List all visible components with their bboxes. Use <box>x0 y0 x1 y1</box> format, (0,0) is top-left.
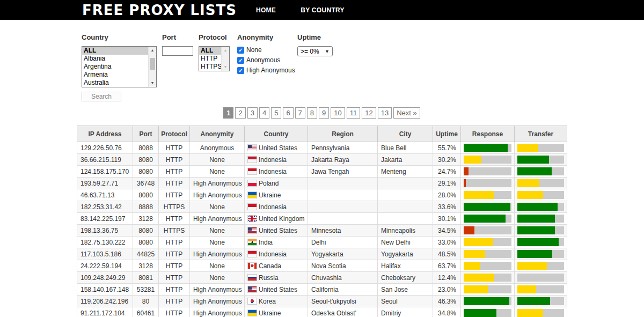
page-button[interactable]: 12 <box>362 107 376 119</box>
bar-fill <box>464 226 474 234</box>
page-button[interactable]: 3 <box>247 107 258 119</box>
scroll-track[interactable] <box>149 54 156 79</box>
port-input[interactable] <box>162 46 193 56</box>
anonymity-checkbox-row[interactable]: High Anonymous <box>237 67 293 74</box>
country-cell: Indonesia <box>245 166 308 178</box>
protocol-label: Protocol <box>199 34 231 41</box>
top-navigation-bar: FREE PROXY LISTS HOME BY COUNTRY <box>0 0 644 20</box>
protocol-scrollbar[interactable]: ▲ ▼ <box>221 47 229 71</box>
anonymity-checkbox-row[interactable]: None <box>237 46 293 54</box>
listbox-option[interactable]: Argentina <box>82 63 148 71</box>
city-cell: Menteng <box>378 166 433 178</box>
region-cell: Pennsylvania <box>308 142 378 154</box>
scroll-up-icon[interactable]: ▲ <box>222 47 229 54</box>
bar-cell <box>461 272 515 284</box>
page-button[interactable]: 11 <box>347 107 361 119</box>
port-cell: 53281 <box>133 284 159 296</box>
scroll-down-icon[interactable]: ▼ <box>149 79 156 87</box>
country-cell: United States <box>245 225 308 237</box>
bar-cell <box>461 307 515 317</box>
page-button[interactable]: 9 <box>319 107 329 119</box>
port-cell: 3128 <box>133 260 159 272</box>
page-button[interactable]: 2 <box>235 107 245 119</box>
page-button[interactable]: 1 <box>223 107 233 119</box>
bar-fill <box>464 167 469 175</box>
next-page-button[interactable]: Next » <box>393 107 420 119</box>
bar-fill <box>464 179 466 187</box>
bar-fill <box>464 238 493 246</box>
bar-cell <box>515 189 567 201</box>
uptime-select[interactable]: >= 0% ▼ <box>297 46 333 56</box>
anonymity-cell: None <box>190 260 245 272</box>
protocol-cell: HTTP <box>159 284 190 296</box>
page-button[interactable]: 10 <box>331 107 345 119</box>
country-flag-icon <box>248 251 257 257</box>
listbox-option[interactable]: ALL <box>199 47 221 55</box>
port-cell: 3128 <box>133 213 159 225</box>
uptime-cell: 46.3% <box>433 296 461 307</box>
country-listbox[interactable]: ALLAlbaniaArgentinaArmeniaAustralia ▲ ▼ <box>82 46 157 87</box>
country-cell: United Kingdom <box>245 213 308 225</box>
region-cell: Chuvashia <box>308 272 378 284</box>
listbox-option[interactable]: ALL <box>82 47 148 55</box>
ip-cell: 119.206.242.196 <box>77 296 133 307</box>
bar-cell <box>515 260 567 272</box>
page-button[interactable]: 5 <box>271 107 281 119</box>
listbox-option[interactable]: HTTP <box>199 55 221 63</box>
city-cell <box>378 189 433 201</box>
city-cell: Minneapolis <box>378 225 433 237</box>
listbox-option[interactable]: Albania <box>82 55 148 63</box>
protocol-cell: HTTP <box>159 248 190 260</box>
page-button[interactable]: 7 <box>295 107 305 119</box>
protocol-cell: HTTP <box>159 260 190 272</box>
bar-track <box>464 167 511 175</box>
bar-fill <box>517 309 543 317</box>
listbox-option[interactable]: Australia <box>82 79 148 87</box>
region-cell: Nova Scotia <box>308 260 378 272</box>
bar-cell <box>515 272 567 284</box>
country-cell: United States <box>245 284 308 296</box>
checkbox-checked-icon[interactable] <box>237 57 244 64</box>
nav-by-country-link[interactable]: BY COUNTRY <box>301 6 345 14</box>
listbox-option[interactable]: Armenia <box>82 71 148 79</box>
bar-fill <box>517 215 555 223</box>
scroll-thumb[interactable] <box>150 58 155 70</box>
anonymity-checkbox-row[interactable]: Anonymous <box>237 56 293 64</box>
scroll-up-icon[interactable]: ▲ <box>149 47 156 54</box>
anonymity-cell: High Anonymous <box>190 296 245 307</box>
bar-cell <box>461 260 515 272</box>
bar-cell <box>515 296 567 307</box>
uptime-cell: 23.0% <box>433 284 461 296</box>
page-button[interactable]: 6 <box>283 107 293 119</box>
listbox-option[interactable]: HTTPS <box>199 63 221 71</box>
table-row: 46.63.71.138080HTTPHigh AnonymousUkraine… <box>77 189 567 201</box>
protocol-cell: HTTP <box>159 296 190 307</box>
country-flag-icon <box>248 204 257 210</box>
country-scrollbar[interactable]: ▲ ▼ <box>148 47 156 87</box>
bar-fill <box>517 262 547 270</box>
ip-cell: 182.75.130.222 <box>77 237 133 248</box>
checkbox-checked-icon[interactable] <box>237 47 244 54</box>
protocol-cell: HTTP <box>159 213 190 225</box>
ip-cell: 129.226.50.76 <box>77 142 133 154</box>
protocol-options: ALLHTTPHTTPS <box>199 47 221 71</box>
port-cell: 8080 <box>133 225 159 237</box>
page-button[interactable]: 8 <box>307 107 317 119</box>
search-button[interactable]: Search <box>82 92 121 101</box>
bar-fill <box>464 250 485 258</box>
nav-home-link[interactable]: HOME <box>256 6 276 14</box>
port-filter-group: Port <box>162 34 193 101</box>
page-button[interactable]: 4 <box>259 107 269 119</box>
scroll-down-icon[interactable]: ▼ <box>222 63 229 71</box>
scroll-track[interactable] <box>222 54 229 63</box>
anonymity-cell: High Anonymous <box>190 189 245 201</box>
anonymity-cell: None <box>190 237 245 248</box>
checkbox-checked-icon[interactable] <box>237 67 244 74</box>
protocol-listbox[interactable]: ALLHTTPHTTPS ▲ ▼ <box>199 46 230 71</box>
column-header: City <box>378 126 433 142</box>
page-button[interactable]: 13 <box>378 107 392 119</box>
region-cell: Jakarta Raya <box>308 154 378 166</box>
city-cell: Blue Bell <box>378 142 433 154</box>
anonymity-cell: None <box>190 201 245 213</box>
country-cell: India <box>245 237 308 248</box>
